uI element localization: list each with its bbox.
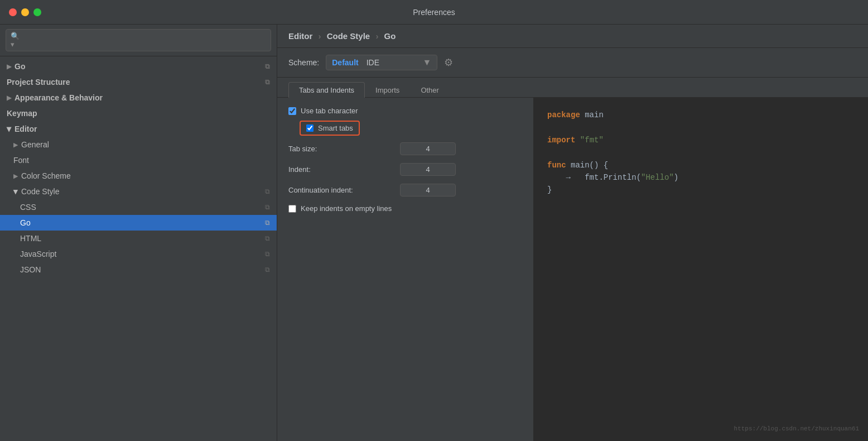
tab-imports[interactable]: Imports xyxy=(365,82,410,98)
sidebar: 🔍▾ ▶ Go ⧉ Project Structure ⧉ ▶ Appearan… xyxy=(0,25,277,441)
sidebar-item-label: Editor xyxy=(15,124,37,133)
window-title: Preferences xyxy=(413,8,455,17)
content-body: Use tab character Smart tabs Tab size: xyxy=(277,98,868,441)
arrow-expanded-icon: ▶ xyxy=(6,127,13,131)
scheme-name: Default xyxy=(332,58,358,67)
arrow-expanded-icon: ▶ xyxy=(12,189,20,194)
sidebar-item-label: Appearance & Behavior xyxy=(15,93,103,102)
sidebar-item-code-style[interactable]: ▶ Code Style ⧉ xyxy=(0,184,277,199)
smart-tabs-checkbox[interactable] xyxy=(306,124,314,132)
tab-size-input[interactable] xyxy=(400,142,456,155)
code-preview: package main import "fmt" func main() { … xyxy=(534,98,868,441)
arrow-icon: ▶ xyxy=(13,172,18,180)
search-input[interactable] xyxy=(26,36,266,45)
arrow-icon: ▶ xyxy=(7,94,11,102)
content-panel: Editor › Code Style › Go Scheme: Default… xyxy=(277,25,868,441)
minimize-button[interactable] xyxy=(21,8,29,16)
copy-icon: ⧉ xyxy=(265,203,270,211)
window-controls xyxy=(9,8,41,16)
sidebar-item-label: Go xyxy=(20,218,31,227)
sidebar-item-javascript[interactable]: JavaScript ⧉ xyxy=(0,246,277,262)
search-wrapper[interactable]: 🔍▾ xyxy=(6,29,271,51)
close-button[interactable] xyxy=(9,8,17,16)
search-icon: 🔍▾ xyxy=(11,32,23,49)
code-line-3: func main() { xyxy=(547,159,855,171)
tabs-row: Tabs and Indents Imports Other xyxy=(277,78,868,98)
tab-size-row: Tab size: xyxy=(288,142,522,155)
chevron-down-icon: ▼ xyxy=(422,57,431,68)
gear-icon[interactable]: ⚙ xyxy=(444,56,453,69)
sidebar-item-html[interactable]: HTML ⧉ xyxy=(0,231,277,246)
scheme-label: Scheme: xyxy=(288,58,319,67)
sidebar-item-editor[interactable]: ▶ Editor xyxy=(0,121,277,137)
smart-tabs-wrapper: Smart tabs xyxy=(300,121,522,136)
indent-input[interactable] xyxy=(400,163,456,176)
sidebar-item-label: General xyxy=(21,140,49,149)
copy-icon: ⧉ xyxy=(265,250,270,258)
tab-other[interactable]: Other xyxy=(410,82,450,98)
titlebar: Preferences xyxy=(0,0,868,25)
breadcrumb-part-go: Go xyxy=(384,31,396,41)
breadcrumb-separator: › xyxy=(375,31,378,41)
breadcrumb-separator: › xyxy=(319,31,321,41)
sidebar-item-go[interactable]: ▶ Go ⧉ xyxy=(0,59,277,74)
continuation-indent-row: Continuation indent: xyxy=(288,184,522,196)
sidebar-item-label: Go xyxy=(15,62,25,71)
sidebar-item-appearance-behavior[interactable]: ▶ Appearance & Behavior xyxy=(0,90,277,106)
scheme-row: Scheme: Default IDE ▼ ⚙ xyxy=(277,48,868,78)
sidebar-item-css[interactable]: CSS ⧉ xyxy=(0,199,277,215)
smart-tabs-label: Smart tabs xyxy=(318,124,353,132)
smart-tabs-box: Smart tabs xyxy=(300,121,360,136)
sidebar-item-json[interactable]: JSON ⧉ xyxy=(0,262,277,277)
scheme-select-dropdown[interactable]: Default IDE ▼ xyxy=(326,55,437,70)
breadcrumb-part-editor: Editor xyxy=(288,31,312,41)
sidebar-item-general[interactable]: ▶ General xyxy=(0,137,277,152)
tab-size-label: Tab size: xyxy=(288,145,400,153)
sidebar-item-go-style[interactable]: Go ⧉ xyxy=(0,215,277,231)
sidebar-item-keymap[interactable]: Keymap xyxy=(0,106,277,121)
keep-indents-label: Keep indents on empty lines xyxy=(301,204,392,213)
settings-pane: Use tab character Smart tabs Tab size: xyxy=(277,98,534,441)
code-line-blank-1 xyxy=(547,121,855,133)
sidebar-item-label: JSON xyxy=(20,265,41,274)
sidebar-item-font[interactable]: Font xyxy=(0,152,277,168)
scheme-type: IDE xyxy=(367,58,379,67)
sidebar-item-color-scheme[interactable]: ▶ Color Scheme xyxy=(0,168,277,184)
sidebar-item-label: JavaScript xyxy=(20,250,56,258)
copy-icon: ⧉ xyxy=(265,78,270,86)
keep-indents-row: Keep indents on empty lines xyxy=(288,204,522,213)
use-tab-character-checkbox[interactable] xyxy=(288,107,296,115)
use-tab-character-label: Use tab character xyxy=(301,107,358,115)
copy-icon: ⧉ xyxy=(265,63,270,70)
watermark: https://blog.csdn.net/zhuxinquan61 xyxy=(734,424,859,434)
copy-icon: ⧉ xyxy=(265,234,270,242)
sidebar-item-project-structure[interactable]: Project Structure ⧉ xyxy=(0,74,277,90)
main-layout: 🔍▾ ▶ Go ⧉ Project Structure ⧉ ▶ Appearan… xyxy=(0,25,868,441)
sidebar-item-label: Font xyxy=(13,156,29,165)
sidebar-item-label: Code Style xyxy=(21,187,59,196)
code-line-blank-2 xyxy=(547,146,855,159)
sidebar-item-label: CSS xyxy=(20,203,36,212)
indent-label: Indent: xyxy=(288,165,400,174)
code-line-4: → fmt.Println("Hello") xyxy=(547,171,855,184)
code-line-1: package main xyxy=(547,109,855,121)
copy-icon: ⧉ xyxy=(265,188,270,195)
search-bar: 🔍▾ xyxy=(0,25,277,56)
sidebar-nav: ▶ Go ⧉ Project Structure ⧉ ▶ Appearance … xyxy=(0,56,277,441)
copy-icon: ⧉ xyxy=(265,219,270,227)
breadcrumb-part-codestyle: Code Style xyxy=(327,31,370,41)
use-tab-character-row: Use tab character xyxy=(288,107,522,115)
sidebar-item-label: HTML xyxy=(20,234,41,243)
keep-indents-checkbox[interactable] xyxy=(288,205,296,213)
code-line-2: import "fmt" xyxy=(547,134,855,146)
sidebar-item-label: Keymap xyxy=(7,109,37,118)
maximize-button[interactable] xyxy=(33,8,41,16)
continuation-indent-input[interactable] xyxy=(400,184,456,196)
sidebar-item-label: Color Scheme xyxy=(21,171,71,180)
breadcrumb: Editor › Code Style › Go xyxy=(277,25,868,48)
code-line-5: } xyxy=(547,184,855,196)
sidebar-item-label: Project Structure xyxy=(7,78,70,87)
indent-row: Indent: xyxy=(288,163,522,176)
arrow-icon: ▶ xyxy=(13,141,18,148)
tab-tabs-indents[interactable]: Tabs and Indents xyxy=(288,82,365,98)
